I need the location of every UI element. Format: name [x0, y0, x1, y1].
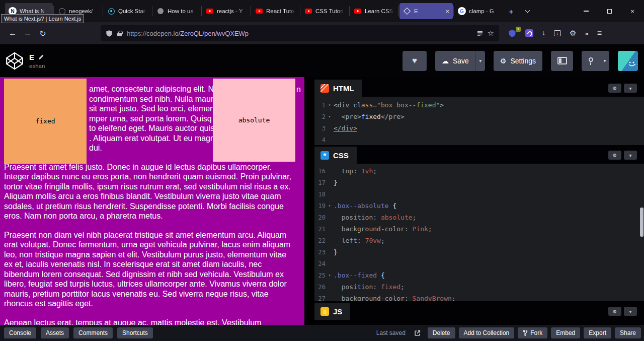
change-view-button[interactable]: [551, 51, 573, 71]
footer-embed-button[interactable]: Embed: [551, 327, 580, 338]
css-editor-settings-button[interactable]: ⚙: [608, 151, 621, 160]
css-editor-tab[interactable]: *CSS: [314, 147, 357, 164]
window-maximize-button[interactable]: [598, 0, 621, 22]
browser-tab-6[interactable]: React Tuto: [252, 3, 299, 19]
tracking-protection-shield-icon[interactable]: [106, 30, 113, 37]
reload-button[interactable]: ↻: [35, 26, 50, 41]
fold-arrow[interactable]: ▾: [326, 103, 334, 107]
js-editor-settings-button[interactable]: ⚙: [608, 307, 621, 316]
html-editor-header: HTML⚙▾: [314, 80, 644, 97]
line-number: 25: [314, 272, 326, 279]
tab-title: What is N: [20, 8, 49, 14]
html-editor-collapse-button[interactable]: ▾: [624, 84, 637, 93]
editor-label: HTML: [333, 84, 354, 93]
fold-arrow[interactable]: ▾: [326, 273, 334, 278]
html-editor-tab[interactable]: HTML: [314, 80, 362, 97]
tab-close-button[interactable]: ×: [444, 8, 449, 15]
text-line: Aliquam mollis arcu a eros finibus bland…: [4, 191, 299, 201]
lock-icon[interactable]: [117, 33, 122, 36]
extension-box-icon[interactable]: ↓: [554, 30, 561, 36]
footer-add-to-collection-button[interactable]: Add to Collection: [459, 327, 515, 338]
fold-arrow[interactable]: ▾: [326, 114, 334, 119]
line-number: 21: [314, 226, 326, 233]
url-bar[interactable]: https://codepen.io/ZeroQL/pen/wvQXEWp ☆: [101, 25, 499, 41]
new-tab-button[interactable]: +: [505, 5, 518, 18]
extension-gear-icon[interactable]: ⚙: [570, 29, 576, 38]
absolute-box: absolute: [213, 79, 295, 162]
chevron-down-icon: [525, 8, 530, 13]
reader-mode-icon[interactable]: [477, 30, 483, 37]
html-code-area[interactable]: 1▾<div class="box box--fixed">2▾ <pre>fi…: [314, 97, 644, 145]
editor-label: CSS: [333, 151, 349, 160]
url-text[interactable]: https://codepen.io/ZeroQL/pen/wvQXEWp: [127, 30, 472, 37]
bookmark-star-icon[interactable]: ☆: [488, 29, 494, 38]
code-text: </div>: [334, 124, 357, 132]
toolbar-overflow-icon[interactable]: »: [585, 30, 588, 37]
open-live-view-button[interactable]: [411, 328, 424, 338]
footer-delete-button[interactable]: Delete: [428, 327, 455, 338]
editor-header-buttons: ⚙▾: [608, 307, 637, 316]
css-editor-collapse-button[interactable]: ▾: [624, 151, 637, 160]
tab-list-button[interactable]: [521, 5, 534, 18]
browser-tab-9[interactable]: E×: [399, 3, 453, 19]
save-dropdown-button[interactable]: ▾: [475, 51, 485, 71]
tab-title: E: [414, 8, 441, 14]
code-line: 22 left: 70vw;: [314, 235, 644, 246]
footer-fork-button[interactable]: Fork: [518, 327, 547, 338]
tab-title: React Tuto: [266, 8, 296, 14]
code-text: .box--fixed {: [334, 271, 385, 279]
split-gutter[interactable]: [304, 77, 314, 325]
editor-scrollbar-thumb[interactable]: [640, 208, 643, 237]
ublock-extension-icon[interactable]: 1: [508, 29, 517, 38]
youtube-favicon: [304, 7, 312, 15]
gray-favicon: [156, 7, 165, 15]
css-code-area[interactable]: 16 top: 1vh;17}1819▾.box--absolute {20 p…: [314, 164, 644, 301]
line-number: 23: [314, 249, 326, 256]
pin-dropdown-button[interactable]: ▾: [600, 51, 609, 71]
js-editor-collapse-button[interactable]: ▾: [624, 307, 637, 316]
fold-arrow[interactable]: ▾: [326, 203, 334, 208]
tab-title: clamp - G: [469, 8, 499, 14]
window-close-button[interactable]: ×: [621, 0, 644, 22]
browser-tab-7[interactable]: CSS Tutori: [301, 3, 349, 19]
footer-share-button[interactable]: Share: [615, 327, 641, 338]
tab-separator: [152, 6, 152, 16]
js-icon: ( ): [320, 307, 329, 316]
footer-export-button[interactable]: Export: [584, 327, 611, 338]
browser-tab-5[interactable]: reactjs - Y: [202, 3, 250, 19]
browser-tab-10[interactable]: Gclamp - G: [454, 3, 502, 19]
purple-extension-icon[interactable]: [525, 29, 533, 37]
html-editor-settings-button[interactable]: ⚙: [608, 84, 621, 93]
code-line: 17}: [314, 177, 644, 188]
like-button[interactable]: ♥: [403, 51, 427, 71]
back-button[interactable]: ←: [5, 26, 20, 41]
window-minimize-button[interactable]: [575, 0, 598, 22]
save-button[interactable]: ☁ Save: [435, 51, 475, 71]
edit-title-pencil-icon[interactable]: [39, 54, 44, 59]
footer-comments-button[interactable]: Comments: [73, 327, 113, 338]
pin-button[interactable]: [582, 51, 600, 71]
minimize-icon: [584, 11, 589, 12]
tab-actions: +: [505, 5, 534, 18]
js-editor-tab[interactable]: ( )JS: [314, 303, 350, 320]
hamburger-menu-icon[interactable]: ≡: [597, 29, 602, 38]
browser-tab-4[interactable]: How to us: [153, 3, 201, 19]
codepen-logo[interactable]: [5, 51, 24, 71]
footer-bar: ConsoleAssetsCommentsShortcuts Last save…: [0, 325, 644, 341]
google-favicon: G: [458, 7, 466, 15]
tab-separator: [103, 6, 103, 16]
gear-icon: ⚙: [500, 57, 507, 65]
footer-shortcuts-button[interactable]: Shortcuts: [117, 327, 153, 338]
forward-button[interactable]: →: [20, 26, 35, 41]
footer-console-button[interactable]: Console: [4, 327, 36, 338]
pin-icon: [589, 57, 593, 62]
code-line: 19▾.box--absolute {: [314, 200, 644, 212]
tab-separator: [398, 6, 399, 16]
browser-tab-3[interactable]: Quick Star: [104, 3, 151, 19]
downloads-icon[interactable]: ↓: [542, 29, 545, 37]
user-avatar[interactable]: [618, 51, 638, 71]
browser-tab-8[interactable]: Learn CSS: [350, 3, 398, 19]
footer-assets-button[interactable]: Assets: [41, 327, 69, 338]
settings-button[interactable]: ⚙ Settings: [494, 51, 542, 71]
code-line: 24: [314, 258, 644, 269]
